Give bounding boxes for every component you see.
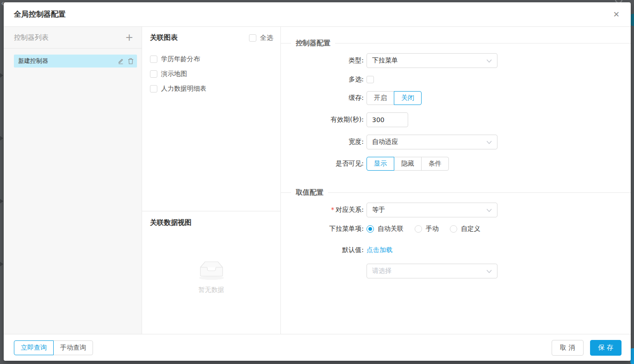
linked-charts-panel: 关联图表 全选 学历年龄分布 演示地图 人力数据明细表 <box>142 27 281 334</box>
chart-checkbox[interactable] <box>150 85 157 93</box>
select-all-control[interactable]: 全选 <box>249 34 273 42</box>
relation-field-row: *对应关系: 等于 <box>281 203 631 217</box>
value-section-title: 取值配置 <box>296 188 323 197</box>
select-all-checkbox[interactable] <box>249 34 256 42</box>
type-field-row: 类型: 下拉菜单 <box>281 53 631 68</box>
radio-label: 自定义 <box>461 225 480 233</box>
cancel-button[interactable]: 取 消 <box>552 340 583 356</box>
chart-checkbox[interactable] <box>150 56 157 63</box>
chart-checkbox-row[interactable]: 演示地图 <box>150 70 280 78</box>
backdrop-triangle <box>0 73 3 78</box>
query-now-button[interactable]: 立即查询 <box>14 340 54 355</box>
radio-auto-link[interactable]: 自动关联 <box>367 225 404 233</box>
cache-on-button[interactable]: 开启 <box>367 91 394 105</box>
multi-label: 多选: <box>281 75 367 84</box>
config-section-title: 控制器配置 <box>296 39 330 48</box>
global-controller-config-dialog: 全局控制器配置 ✕ 控制器列表 + 新建控制器 关联 <box>4 2 631 361</box>
controller-list-header: 控制器列表 + <box>4 27 142 49</box>
radio-icon[interactable] <box>367 225 374 233</box>
ttl-field-row: 有效期(秒): <box>281 112 631 127</box>
controller-name: 新建控制器 <box>18 57 114 65</box>
ttl-input[interactable] <box>367 112 408 127</box>
chevron-down-icon <box>486 138 492 146</box>
visibility-toggle-group: 显示 隐藏 条件 <box>367 157 449 171</box>
default-value-select[interactable]: 请选择 <box>367 264 497 278</box>
radio-icon[interactable] <box>450 225 457 233</box>
width-select[interactable]: 自动适应 <box>367 135 497 149</box>
visibility-conditional-button[interactable]: 条件 <box>421 157 449 171</box>
multi-field-row: 多选: <box>281 75 631 84</box>
radio-label: 手动 <box>426 225 439 233</box>
backdrop-button-fragment <box>631 14 634 26</box>
relation-select[interactable]: 等于 <box>367 203 497 217</box>
footer-actions: 取 消 保 存 <box>552 340 622 356</box>
relation-label: *对应关系: <box>281 206 367 214</box>
visibility-field-row: 是否可见: 显示 隐藏 条件 <box>281 157 631 171</box>
save-button[interactable]: 保 存 <box>590 340 622 356</box>
visibility-label: 是否可见: <box>281 160 367 168</box>
width-field-row: 宽度: 自动适应 <box>281 135 631 149</box>
chart-checkbox-row[interactable]: 人力数据明细表 <box>150 85 280 93</box>
linked-dataview-section: 关联数据视图 暂无数据 <box>142 211 280 334</box>
chevron-down-icon <box>486 267 492 275</box>
edit-icon[interactable] <box>118 58 124 64</box>
delete-icon[interactable] <box>128 58 134 64</box>
menu-items-radio-group: 自动关联 手动 自定义 <box>367 225 480 233</box>
close-icon[interactable]: ✕ <box>613 11 620 19</box>
empty-box-icon <box>197 259 226 281</box>
type-label: 类型: <box>281 56 367 65</box>
chart-label: 演示地图 <box>161 70 187 78</box>
controller-list-panel: 控制器列表 + 新建控制器 <box>4 27 142 334</box>
radio-custom[interactable]: 自定义 <box>450 225 480 233</box>
chart-checkbox[interactable] <box>150 70 157 78</box>
default-value-field-row: 默认值: 点击加载 请选择 <box>281 246 631 278</box>
visibility-show-button[interactable]: 显示 <box>367 157 394 171</box>
dialog-title: 全局控制器配置 <box>14 10 66 19</box>
chart-label: 学历年龄分布 <box>161 55 200 63</box>
empty-state: 暂无数据 <box>142 259 280 294</box>
type-select-value: 下拉菜单 <box>372 56 398 65</box>
backdrop-triangle <box>0 199 3 204</box>
relation-select-value: 等于 <box>372 206 385 214</box>
type-select[interactable]: 下拉菜单 <box>367 53 497 68</box>
default-value-label: 默认值: <box>281 246 367 254</box>
chevron-down-icon <box>486 206 492 214</box>
default-value-controls: 点击加载 请选择 <box>367 246 497 278</box>
chevron-down-icon <box>486 57 492 64</box>
query-mode-group: 立即查询 手动查询 <box>14 340 93 355</box>
add-controller-icon[interactable]: + <box>125 33 133 43</box>
backdrop-triangle <box>0 136 3 141</box>
chart-label: 人力数据明细表 <box>161 85 206 93</box>
controller-list-title: 控制器列表 <box>14 33 49 42</box>
linked-charts-title: 关联图表 <box>150 33 178 42</box>
radio-manual[interactable]: 手动 <box>415 225 439 233</box>
load-values-link[interactable]: 点击加载 <box>367 246 497 254</box>
query-manual-button[interactable]: 手动查询 <box>53 340 93 355</box>
radio-icon[interactable] <box>415 225 422 233</box>
menu-items-label: 下拉菜单项: <box>281 225 367 233</box>
menu-items-field-row: 下拉菜单项: 自动关联 手动 自定义 <box>281 225 631 233</box>
select-all-label: 全选 <box>260 34 273 42</box>
config-section-header: 控制器配置 <box>281 39 631 48</box>
value-section-header: 取值配置 <box>281 188 631 197</box>
dialog-header: 全局控制器配置 ✕ <box>4 2 631 27</box>
controller-config-panel: 控制器配置 类型: 下拉菜单 多选: 缓存: 开启 关闭 <box>281 27 631 334</box>
relation-label-text: 对应关系: <box>336 206 364 213</box>
multi-checkbox[interactable] <box>367 76 374 83</box>
backdrop-triangle <box>0 262 3 266</box>
linked-charts-header: 关联图表 全选 <box>142 27 280 49</box>
cache-toggle-group: 开启 关闭 <box>367 91 422 105</box>
controller-list-item[interactable]: 新建控制器 <box>14 55 137 68</box>
default-value-placeholder: 请选择 <box>372 267 392 275</box>
dialog-footer: 立即查询 手动查询 取 消 保 存 <box>4 334 631 361</box>
backdrop-button-fragment <box>630 348 634 364</box>
chart-checkbox-row[interactable]: 学历年龄分布 <box>150 55 280 63</box>
linked-dataview-title: 关联数据视图 <box>142 211 280 227</box>
visibility-hide-button[interactable]: 隐藏 <box>394 157 422 171</box>
required-mark: * <box>331 206 334 213</box>
empty-state-text: 暂无数据 <box>199 286 224 294</box>
cache-off-button[interactable]: 关闭 <box>394 91 422 105</box>
dialog-body: 控制器列表 + 新建控制器 关联图表 全选 <box>4 27 631 334</box>
linked-charts-section: 关联图表 全选 学历年龄分布 演示地图 人力数据明细表 <box>142 27 280 211</box>
radio-label: 自动关联 <box>378 225 404 233</box>
